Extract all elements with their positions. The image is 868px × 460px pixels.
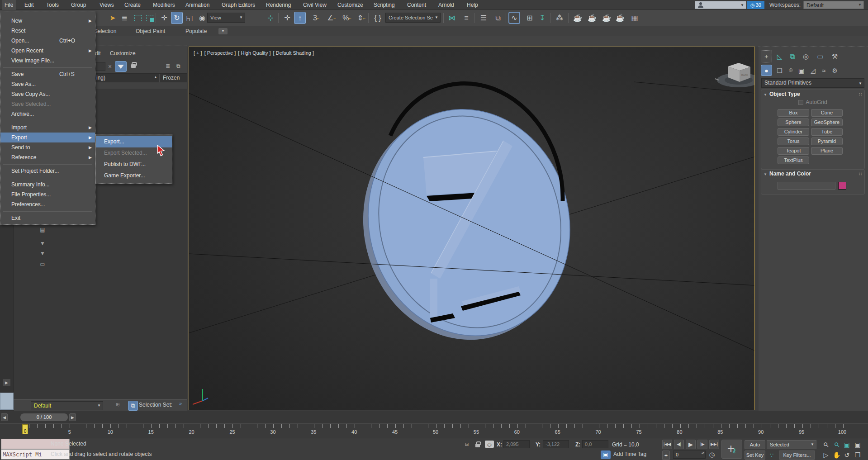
menubar-item-edit[interactable]: Edit: [22, 0, 37, 10]
file-menu-item-exit[interactable]: Exit: [0, 213, 95, 223]
file-menu-item-archive[interactable]: Archive...: [0, 109, 95, 119]
spinner-icon[interactable]: ▴▾: [702, 451, 704, 455]
zoom-extents-icon[interactable]: ▣: [842, 440, 851, 449]
signin-combo[interactable]: ▼: [695, 1, 746, 9]
file-menu-item-export[interactable]: Export▶: [0, 133, 95, 142]
named-selection-icon[interactable]: ⧉: [128, 401, 138, 411]
go-to-start-button[interactable]: |◀◀: [662, 440, 672, 449]
file-menu-item-file-properties[interactable]: File Properties...: [0, 190, 95, 199]
frame-range-display[interactable]: 0 / 100: [20, 413, 68, 421]
tree-view-icon[interactable]: ≣: [166, 63, 170, 69]
hierarchy-view-icon[interactable]: ⧉: [176, 63, 180, 69]
select-and-scale-icon[interactable]: ◱: [184, 12, 195, 24]
isolate-selection-icon[interactable]: ⧈: [462, 440, 471, 448]
expand-arrow-icon[interactable]: ▶: [3, 379, 10, 386]
file-menu-item-import[interactable]: Import▶: [0, 123, 95, 133]
menubar-item-civil-view[interactable]: Civil View: [300, 0, 329, 10]
filter-icon[interactable]: [115, 61, 127, 72]
workspace-default-combo[interactable]: Default ▼: [31, 401, 103, 410]
file-menu-item-save-copy-as[interactable]: Save Copy As...: [0, 89, 95, 99]
previous-frame-button[interactable]: ◀|: [674, 440, 684, 449]
tab-display[interactable]: ▭: [815, 50, 826, 62]
menubar-item-content[interactable]: Content: [404, 0, 429, 10]
menubar-item-customize[interactable]: Customize: [335, 0, 366, 10]
crossing-selection-icon[interactable]: [144, 12, 156, 24]
set-key-button[interactable]: Set Key: [745, 451, 765, 460]
display-filter2-icon[interactable]: ▼: [39, 250, 46, 257]
primitive-button-box[interactable]: Box: [778, 109, 809, 117]
category-shapes-icon[interactable]: ❏: [774, 65, 785, 76]
overflow-chevrons[interactable]: »: [179, 401, 182, 406]
file-menu-item-preferences[interactable]: Preferences...: [0, 199, 95, 209]
menubar-item-tools[interactable]: Tools: [43, 0, 62, 10]
menubar-item-arnold[interactable]: Arnold: [436, 0, 457, 10]
primitive-button-torus[interactable]: Torus: [778, 138, 809, 145]
primitive-button-teapot[interactable]: Teapot: [778, 147, 809, 155]
menubar-item-modifiers[interactable]: Modifiers: [150, 0, 178, 10]
add-time-tag-label[interactable]: Add Time Tag: [613, 451, 646, 457]
rendered-frame-icon[interactable]: ☕: [586, 12, 598, 24]
frozen-column-header[interactable]: Frozen: [163, 75, 180, 81]
name-column-header[interactable]: ing): [96, 75, 105, 81]
autogrid-checkbox[interactable]: [798, 100, 803, 105]
select-and-move-icon[interactable]: ✛: [158, 12, 170, 24]
next-key-button[interactable]: ▶: [69, 413, 76, 421]
auto-key-button[interactable]: Auto Key: [745, 440, 765, 449]
menubar-item-group[interactable]: Group: [68, 0, 89, 10]
mirror-icon[interactable]: ⋈: [446, 12, 458, 24]
time-tag-icon[interactable]: ▣: [601, 451, 611, 459]
export-submenu-item-game-exporter[interactable]: Game Exporter...: [96, 170, 172, 181]
time-configuration-icon[interactable]: ◷: [707, 451, 716, 459]
use-pivot-center-icon[interactable]: ⊹: [265, 12, 276, 24]
pan-icon[interactable]: ✋: [832, 451, 841, 460]
absolute-mode-icon[interactable]: ◇: [485, 441, 494, 448]
y-field[interactable]: -3,122: [543, 440, 569, 448]
create-selection-set-combo[interactable]: Create Selection Se ▼: [385, 13, 441, 23]
trial-clock-badge[interactable]: ◷ 30: [747, 1, 764, 9]
percent-snap-icon[interactable]: %⌐: [341, 12, 353, 24]
explorer-menu-customize[interactable]: Customize: [110, 50, 136, 57]
object-type-header[interactable]: ▼ Object Type ∷: [761, 90, 864, 99]
menubar-item-graph-editors[interactable]: Graph Editors: [219, 0, 258, 10]
particle-view-icon[interactable]: ⁂: [554, 12, 565, 24]
archive-icon[interactable]: ▭: [39, 261, 46, 268]
current-frame-field[interactable]: 0 ▴▾: [673, 451, 706, 459]
menubar-item-scripting[interactable]: Scripting: [371, 0, 398, 10]
file-menu-item-open[interactable]: Open...Ctrl+O: [0, 36, 95, 46]
category-helpers-icon[interactable]: ◿: [807, 65, 819, 76]
display-toggle-icon[interactable]: ▤: [39, 226, 46, 233]
key-filters-button[interactable]: Key Filters...: [779, 451, 815, 460]
object-name-input[interactable]: [778, 182, 835, 190]
ribbon-tab-populate[interactable]: Populate: [185, 26, 207, 36]
primitive-button-textplus[interactable]: TextPlus: [778, 156, 809, 164]
category-geometry-icon[interactable]: ●: [761, 65, 772, 76]
ribbon-toggle-icon[interactable]: ▼: [218, 28, 228, 34]
named-selection-icon[interactable]: { }: [372, 12, 384, 24]
tab-motion[interactable]: ◎: [800, 50, 811, 62]
render-presets-icon[interactable]: ▦: [629, 12, 640, 24]
tab-create[interactable]: +: [761, 50, 772, 62]
field-of-view-icon[interactable]: ▷: [821, 451, 830, 460]
prev-key-button[interactable]: ◀: [1, 413, 8, 421]
curve-editor-icon[interactable]: ∿: [508, 12, 520, 24]
select-object-icon[interactable]: ➤: [107, 12, 119, 24]
file-menu-item-view-image-file[interactable]: View Image File...: [0, 56, 95, 66]
time-slider-handle[interactable]: 0: [22, 424, 28, 434]
file-menu-item-set-project-folder[interactable]: Set Project Folder...: [0, 166, 95, 176]
category-systems-icon[interactable]: ⚙: [829, 65, 840, 76]
play-button[interactable]: ▶: [686, 440, 696, 449]
render-setup-icon[interactable]: ☕: [572, 12, 583, 24]
layer-manager-icon[interactable]: ☰: [478, 12, 489, 24]
snap-3d-icon[interactable]: 3⌐: [310, 12, 322, 24]
reference-coordinate-combo[interactable]: View ▼: [207, 13, 245, 23]
tab-modify[interactable]: ◺: [774, 50, 785, 62]
render-cloud-icon[interactable]: ☕: [614, 12, 626, 24]
layers-icon[interactable]: ≋: [115, 402, 120, 408]
primitive-button-geosphere[interactable]: GeoSphere: [811, 119, 843, 126]
spinner-snap-icon[interactable]: ⇕⌐: [356, 12, 367, 24]
lock-icon[interactable]: [131, 62, 136, 68]
x-field[interactable]: 2,095: [503, 440, 530, 448]
ribbon-tab-object-paint[interactable]: Object Paint: [136, 26, 165, 36]
tab-hierarchy[interactable]: ⧉: [787, 50, 798, 62]
next-frame-button[interactable]: |▶: [697, 440, 707, 449]
